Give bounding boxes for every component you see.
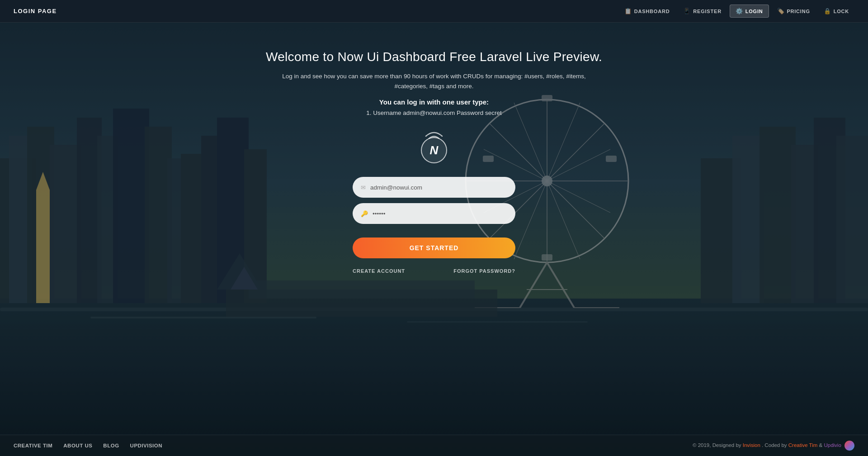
footer-updivio-link[interactable]: Updivio bbox=[824, 442, 841, 448]
page-heading: Welcome to Now Ui Dashboard Free Laravel… bbox=[266, 50, 602, 64]
nav-link-register[interactable]: 📱 REGISTER bbox=[678, 5, 726, 17]
page-subtext: Log in and see how you can save more tha… bbox=[271, 71, 597, 91]
svg-rect-44 bbox=[90, 317, 316, 318]
password-input[interactable] bbox=[373, 210, 507, 217]
main-content: Welcome to Now Ui Dashboard Free Laravel… bbox=[0, 23, 868, 292]
brand-logo: N bbox=[421, 137, 447, 163]
nav-link-login[interactable]: ⚙️ LOGIN bbox=[730, 5, 769, 18]
footer: CREATIVE TIM ABOUT US BLOG UPDIVISION © … bbox=[0, 435, 868, 456]
svg-rect-43 bbox=[0, 308, 868, 311]
navbar: LOGIN PAGE 📋 DASHBOARD 📱 REGISTER ⚙️ LOG… bbox=[0, 0, 868, 23]
create-account-link[interactable]: CREATE ACCOUNT bbox=[353, 268, 405, 274]
nav-item-pricing[interactable]: 🏷️ PRICING bbox=[772, 5, 816, 17]
email-input[interactable] bbox=[370, 184, 507, 191]
logo-container: N bbox=[421, 130, 447, 163]
footer-link-blog[interactable]: BLOG bbox=[103, 443, 119, 448]
nav-item-lock[interactable]: 🔒 LOCK bbox=[818, 5, 854, 17]
user-type-list: 1. Username admin@nowui.com Password sec… bbox=[366, 109, 502, 116]
nav-link-pricing[interactable]: 🏷️ PRICING bbox=[772, 5, 816, 17]
register-icon: 📱 bbox=[683, 8, 691, 14]
password-input-group: 🔑 bbox=[353, 203, 515, 224]
login-icon: ⚙️ bbox=[736, 8, 743, 14]
get-started-button[interactable]: Get Started bbox=[353, 238, 515, 258]
forgot-password-link[interactable]: FORGOT PASSWORD? bbox=[453, 268, 515, 274]
login-form: ✉ 🔑 Get Started CREATE ACCOUNT FORGOT PA… bbox=[353, 177, 515, 274]
nav-link-dashboard[interactable]: 📋 DASHBOARD bbox=[619, 5, 675, 17]
dashboard-icon: 📋 bbox=[624, 8, 632, 14]
footer-link-about-us[interactable]: ABOUT US bbox=[63, 443, 92, 448]
user-type-title: You can log in with one user type: bbox=[366, 98, 502, 106]
footer-invision-link[interactable]: Invision bbox=[743, 442, 760, 448]
updivio-logo bbox=[844, 441, 854, 451]
footer-links: CREATIVE TIM ABOUT US BLOG UPDIVISION bbox=[14, 443, 162, 448]
footer-copyright: © 2019, Designed by Invision . Coded by … bbox=[693, 441, 854, 451]
footer-link-updivision[interactable]: UPDIVISION bbox=[130, 443, 162, 448]
logo-letter: N bbox=[430, 143, 439, 157]
footer-link-creative-tim[interactable]: CREATIVE TIM bbox=[14, 443, 52, 448]
nav-item-login[interactable]: ⚙️ LOGIN bbox=[730, 5, 769, 18]
nav-link-lock[interactable]: 🔒 LOCK bbox=[818, 5, 854, 17]
user-type-item: 1. Username admin@nowui.com Password sec… bbox=[366, 109, 502, 116]
footer-creative-tim-link[interactable]: Creative Tim bbox=[788, 442, 818, 448]
nav-item-dashboard[interactable]: 📋 DASHBOARD bbox=[619, 5, 675, 17]
nav-links: 📋 DASHBOARD 📱 REGISTER ⚙️ LOGIN 🏷️ PRICI… bbox=[619, 5, 854, 18]
lock-icon: 🔒 bbox=[824, 8, 831, 14]
form-links: CREATE ACCOUNT FORGOT PASSWORD? bbox=[353, 268, 515, 274]
svg-rect-46 bbox=[226, 290, 497, 317]
nav-brand: LOGIN PAGE bbox=[14, 8, 57, 14]
svg-rect-45 bbox=[407, 321, 588, 323]
wifi-icon bbox=[425, 130, 443, 139]
email-input-group: ✉ bbox=[353, 177, 515, 198]
svg-rect-1 bbox=[0, 299, 868, 434]
email-icon: ✉ bbox=[361, 184, 366, 191]
nav-item-register[interactable]: 📱 REGISTER bbox=[678, 5, 726, 17]
user-type-info: You can log in with one user type: 1. Us… bbox=[366, 98, 502, 116]
password-icon: 🔑 bbox=[361, 210, 368, 217]
pricing-icon: 🏷️ bbox=[777, 8, 785, 14]
